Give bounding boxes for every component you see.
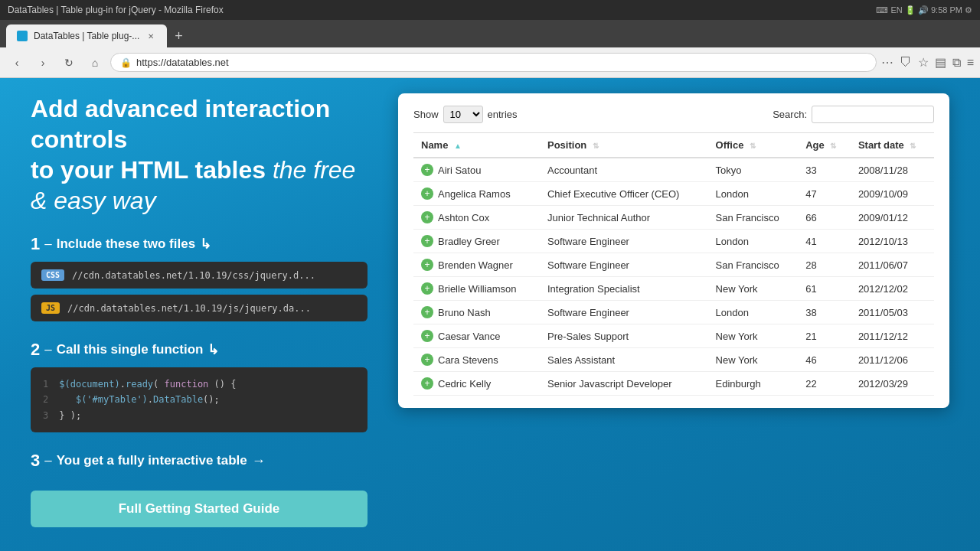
cell-office: San Francisco — [708, 253, 799, 277]
css-label: CSS — [41, 269, 64, 281]
cell-position: Sales Assistant — [540, 348, 708, 372]
step-2-dash: – — [44, 342, 51, 357]
step-3: 3 – You get a fully interactive table → — [31, 451, 368, 478]
page-inner: Add advanced interaction controls to you… — [0, 78, 980, 543]
cell-office: London — [708, 230, 799, 253]
step-2: 2 – Call this single function ↳ 1$(docum… — [31, 340, 368, 439]
table-row: + Airi Satou Accountant Tokyo 33 2008/11… — [413, 158, 934, 182]
cell-age: 22 — [798, 372, 851, 396]
row-name: Cara Stevens — [438, 354, 498, 366]
cta-button[interactable]: Full Getting Started Guide — [31, 491, 368, 527]
show-select[interactable]: 10 25 50 100 — [443, 106, 483, 123]
entries-label: entries — [488, 109, 518, 120]
search-input[interactable] — [812, 106, 934, 123]
tab-label: DataTables | Table plug-... — [34, 31, 139, 41]
more-options-icon[interactable]: ⋯ — [881, 55, 893, 70]
cell-name: + Bradley Greer — [413, 230, 540, 253]
table-row: + Bruno Nash Software Engineer London 38… — [413, 301, 934, 324]
back-button[interactable]: ‹ — [6, 52, 28, 73]
cell-start: 2012/10/13 — [851, 230, 934, 253]
row-name: Cedric Kelly — [438, 378, 491, 390]
cell-name: + Angelica Ramos — [413, 182, 540, 206]
star-icon[interactable]: ☆ — [918, 55, 929, 70]
security-lock-icon: 🔒 — [120, 57, 132, 68]
sort-office-icon: ⇅ — [750, 142, 756, 150]
datatable-controls: Show 10 25 50 100 entries Search: — [413, 106, 934, 123]
datatable-search: Search: — [773, 106, 934, 123]
row-name: Caesar Vance — [438, 331, 500, 342]
forward-button[interactable]: › — [32, 52, 54, 73]
nav-right-icons: ⋯ ⛉ ☆ ▤ ⧉ ≡ — [881, 55, 974, 70]
cell-start: 2009/10/09 — [851, 182, 934, 206]
new-tab-button[interactable]: + — [167, 25, 191, 47]
home-button[interactable]: ⌂ — [84, 52, 106, 73]
bookmark-icon[interactable]: ⛉ — [900, 56, 912, 70]
js-code-box: JS //cdn.datatables.net/1.10.19/js/jquer… — [31, 295, 368, 321]
cell-office: London — [708, 182, 799, 206]
cell-age: 28 — [798, 253, 851, 277]
page-content: Add advanced interaction controls to you… — [0, 78, 980, 551]
css-code-box: CSS //cdn.datatables.net/1.10.19/css/jqu… — [31, 262, 368, 289]
row-icon: + — [421, 354, 433, 366]
step-2-code: 1$(document).ready( function () { 2 $('#… — [31, 367, 368, 432]
tab-close-button[interactable]: ✕ — [145, 31, 156, 41]
row-name: Brielle Williamson — [438, 283, 517, 295]
row-icon: + — [421, 187, 433, 200]
row-icon: + — [421, 330, 433, 342]
col-age-label: Age — [805, 139, 825, 151]
cell-position: Integration Specialist — [540, 277, 708, 301]
col-office-label: Office — [716, 139, 744, 151]
row-name: Airi Satou — [438, 165, 481, 176]
cell-office: New York — [708, 324, 799, 348]
col-name[interactable]: Name ▲ — [413, 133, 540, 158]
js-code-text: //cdn.datatables.net/1.10.19/js/jquery.d… — [67, 303, 311, 314]
code-line-1: 1$(document).ready( function () { — [43, 377, 355, 392]
row-name: Bruno Nash — [438, 307, 491, 318]
cell-start: 2012/12/02 — [851, 277, 934, 301]
row-name: Bradley Greer — [438, 236, 500, 247]
cell-office: New York — [708, 277, 799, 301]
datatable-panel: Show 10 25 50 100 entries Search: — [398, 93, 949, 408]
col-age[interactable]: Age ⇅ — [798, 133, 851, 158]
hero-line1: Add advanced interaction controls — [31, 93, 368, 155]
window-title: DataTables | Table plug-in for jQuery - … — [8, 5, 224, 15]
cell-office: New York — [708, 348, 799, 372]
hero-line2-plain: to your HTML tables — [31, 156, 273, 184]
browser-window: DataTables | Table plug-in for jQuery - … — [0, 0, 980, 551]
url-bar[interactable]: 🔒 https://datatables.net — [110, 53, 877, 72]
table-body: + Airi Satou Accountant Tokyo 33 2008/11… — [413, 158, 934, 396]
col-office[interactable]: Office ⇅ — [708, 133, 799, 158]
title-bar: DataTables | Table plug-in for jQuery - … — [0, 0, 980, 20]
reload-button[interactable]: ↻ — [58, 52, 80, 73]
datatable: Name ▲ Position ⇅ Office ⇅ — [413, 132, 934, 396]
table-row: + Angelica Ramos Chief Executive Officer… — [413, 182, 934, 206]
table-row: + Bradley Greer Software Engineer London… — [413, 230, 934, 253]
header-row: Name ▲ Position ⇅ Office ⇅ — [413, 133, 934, 158]
col-position-label: Position — [547, 139, 586, 151]
table-row: + Brenden Wagner Software Engineer San F… — [413, 253, 934, 277]
row-icon: + — [421, 282, 433, 295]
cell-start: 2009/01/12 — [851, 206, 934, 230]
row-icon: + — [421, 211, 433, 223]
step-3-dash: – — [44, 453, 51, 468]
row-icon: + — [421, 259, 433, 271]
row-icon: + — [421, 377, 433, 390]
search-label: Search: — [773, 109, 807, 120]
table-row: + Cedric Kelly Senior Javascript Develop… — [413, 372, 934, 396]
split-view-icon[interactable]: ⧉ — [952, 56, 961, 70]
step-3-heading: 3 – You get a fully interactive table → — [31, 451, 368, 471]
col-start-date[interactable]: Start date ⇅ — [851, 133, 934, 158]
step-3-arrow: → — [252, 453, 266, 469]
step-2-text: Call this single function — [57, 342, 204, 357]
step-3-text: You get a fully interactive table — [57, 453, 247, 468]
cell-position: Pre-Sales Support — [540, 324, 708, 348]
cell-position: Chief Executive Officer (CEO) — [540, 182, 708, 206]
col-position[interactable]: Position ⇅ — [540, 133, 708, 158]
cell-office: London — [708, 301, 799, 324]
hero-line2: to your HTML tables the free & easy way — [31, 155, 368, 216]
cell-position: Senior Javascript Developer — [540, 372, 708, 396]
menu-icon[interactable]: ≡ — [967, 56, 974, 70]
browser-tab-active[interactable]: DataTables | Table plug-... ✕ — [6, 24, 167, 47]
sidebar-icon[interactable]: ▤ — [935, 55, 946, 70]
tab-favicon — [17, 31, 28, 41]
